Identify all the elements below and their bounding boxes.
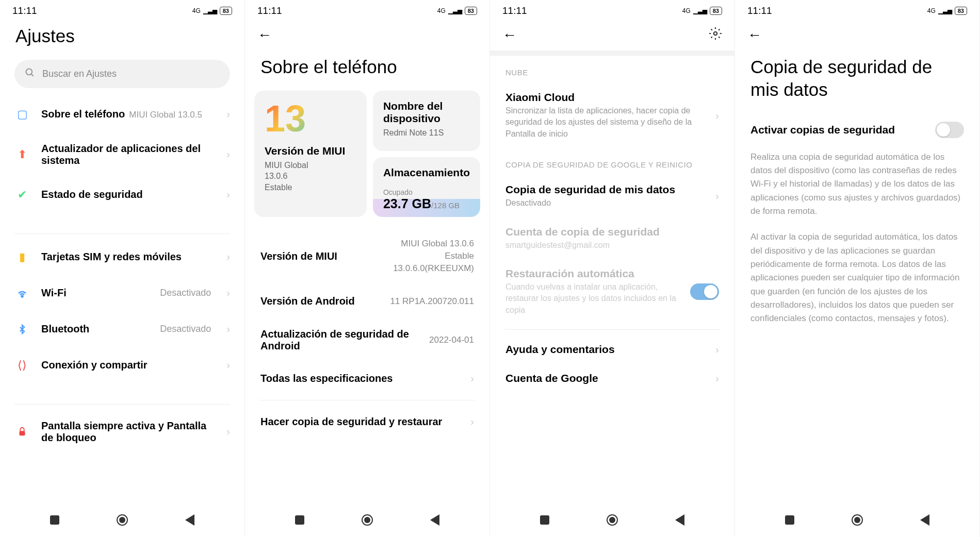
chevron-icon: › (226, 426, 230, 438)
item-security-status[interactable]: ✔ Estado de seguridad › (0, 177, 244, 213)
label-updater: Actualizador de aplicaciones del sistema (41, 143, 215, 166)
row-miui-version[interactable]: Versión de MIUI MIUI Global 13.0.6Establ… (245, 227, 489, 284)
description-para1: Realiza una copia de seguridad automátic… (735, 146, 979, 227)
gear-icon[interactable] (709, 27, 722, 43)
battery-icon: 83 (710, 7, 722, 15)
back-button[interactable]: ← (502, 27, 517, 43)
chevron-icon: › (226, 323, 230, 335)
bluetooth-icon (14, 322, 30, 337)
svg-point-0 (26, 69, 32, 75)
label-lockscreen: Pantalla siempre activa y Pantalla de bl… (41, 420, 215, 444)
screen-backup-my-data: 11:11 4G ▁▃▅ 83 ← Copia de seguridad de … (735, 0, 980, 537)
device-title: Nombre del dispositivo (383, 100, 470, 125)
network-icon: 4G (682, 7, 691, 14)
nav-home[interactable] (605, 512, 620, 528)
description-para2: Al activar la copia de seguridad automát… (735, 226, 979, 333)
row-backup-my-data[interactable]: Copia de seguridad de mis datos Desactiv… (490, 175, 734, 217)
nav-home[interactable] (115, 512, 130, 528)
chevron-icon: › (226, 148, 230, 160)
phone-icon: ▢ (14, 107, 30, 122)
row-xiaomi-cloud[interactable]: Xiaomi Cloud Sincronizar la lista de apl… (490, 83, 734, 148)
row-all-specs[interactable]: Todas las especificaciones › (245, 362, 489, 395)
row-google-account[interactable]: Cuenta de Google › (490, 364, 734, 393)
label-share: Conexión y compartir (41, 359, 215, 371)
info-specs-label: Todas las especificaciones (260, 373, 470, 384)
card-device-name[interactable]: Nombre del dispositivo Redmi Note 11S (373, 91, 480, 151)
row-backup-account[interactable]: Cuenta de copia de seguridad smartguides… (490, 217, 734, 259)
item-sim[interactable]: ▮ Tarjetas SIM y redes móviles › (0, 239, 244, 275)
status-time: 11:11 (747, 5, 772, 16)
info-patch-label: Actualización de seguridad de Android (260, 328, 429, 352)
nav-back[interactable] (182, 512, 198, 528)
status-indicators: 4G ▁▃▅ 83 (682, 7, 722, 15)
divider-strip (490, 51, 734, 56)
status-time: 11:11 (12, 5, 37, 16)
card-miui-version[interactable]: 13 Versión de MIUI MIUI Global 13.0.6 Es… (254, 91, 367, 217)
label-security: Estado de seguridad (41, 189, 215, 200)
nav-recents[interactable] (292, 512, 307, 528)
status-indicators: 4G ▁▃▅ 83 (927, 7, 967, 15)
battery-icon: 83 (955, 7, 967, 15)
item-connection-share[interactable]: ⟨⟩ Conexión y compartir › (0, 347, 244, 383)
signal-icon: ▁▃▅ (938, 7, 952, 14)
page-title: Sobre el teléfono (245, 51, 489, 91)
item-system-updater[interactable]: ⬆ Actualizador de aplicaciones del siste… (0, 132, 244, 177)
item-about-phone[interactable]: ▢ Sobre el teléfonoMIUI Global 13.0.5 › (0, 96, 244, 132)
storage-title: Almacenamiento (383, 166, 470, 179)
status-bar: 11:11 4G ▁▃▅ 83 (735, 0, 979, 20)
nav-recents[interactable] (47, 512, 62, 528)
item-wifi[interactable]: Wi-Fi Desactivado › (0, 275, 244, 311)
lock-icon (14, 424, 30, 440)
network-icon: 4G (927, 7, 936, 14)
nav-home[interactable] (850, 512, 865, 528)
back-button[interactable]: ← (747, 27, 762, 43)
back-button[interactable]: ← (257, 27, 272, 43)
svg-point-2 (22, 295, 23, 297)
card-miui-sub3: Estable (265, 182, 356, 193)
row-android-version[interactable]: Versión de Android 11 RP1A.200720.011 (245, 285, 489, 318)
chevron-icon: › (226, 287, 230, 299)
page-title: Copia de seguridad de mis datos (735, 51, 979, 113)
status-bar: 11:11 4G ▁▃▅ 83 (0, 0, 244, 20)
nav-bar (245, 503, 489, 537)
status-time: 11:11 (257, 5, 282, 16)
nav-back[interactable] (427, 512, 443, 528)
nav-back[interactable] (917, 512, 933, 528)
chevron-icon: › (226, 251, 230, 263)
nav-back[interactable] (672, 512, 688, 528)
nav-home[interactable] (360, 512, 375, 528)
info-miui-v1: MIUI Global 13.0.6 (393, 238, 474, 250)
screen-settings: 11:11 4G ▁▃▅ 83 Ajustes Buscar en Ajuste… (0, 0, 245, 537)
nav-recents[interactable] (782, 512, 797, 528)
row-security-patch[interactable]: Actualización de seguridad de Android 20… (245, 318, 489, 362)
search-input[interactable]: Buscar en Ajustes (14, 60, 230, 88)
row-help-feedback[interactable]: Ayuda y comentarios › (490, 335, 734, 364)
item-bluetooth[interactable]: Bluetooth Desactivado › (0, 311, 244, 347)
toggle-activate-backups[interactable] (935, 122, 964, 138)
nav-recents[interactable] (537, 512, 552, 528)
update-icon: ⬆ (14, 147, 30, 162)
wifi-icon (14, 286, 30, 301)
label-bluetooth: Bluetooth (41, 323, 149, 335)
section-google: COPIA DE SEGURIDAD DE GOOGLE Y REINICIO (490, 148, 734, 175)
section-cloud: NUBE (490, 56, 734, 83)
network-icon: 4G (192, 7, 201, 14)
nav-bar (490, 503, 734, 537)
screen-about-phone: 11:11 4G ▁▃▅ 83 ← Sobre el teléfono 13 V… (245, 0, 490, 537)
svg-point-4 (714, 32, 717, 36)
info-miui-v2: Estable (393, 250, 474, 262)
battery-icon: 83 (220, 7, 232, 15)
signal-icon: ▁▃▅ (203, 7, 217, 14)
svg-line-1 (31, 74, 34, 76)
card-storage[interactable]: Almacenamiento Ocupado 23.7 GB/128 GB (373, 157, 480, 217)
row-backup-restore[interactable]: Hacer copia de seguridad y restaurar › (245, 406, 489, 438)
chevron-icon: › (226, 359, 230, 371)
svg-rect-3 (20, 431, 25, 435)
backup-data-title: Copia de seguridad de mis datos (505, 183, 708, 196)
signal-icon: ▁▃▅ (693, 7, 707, 14)
storage-used: 23.7 GB (383, 196, 431, 211)
miui-logo: 13 (265, 102, 356, 136)
toggle-auto-restore[interactable] (690, 283, 719, 300)
value-bluetooth: Desactivado (160, 324, 211, 334)
item-lockscreen[interactable]: Pantalla siempre activa y Pantalla de bl… (0, 410, 244, 454)
